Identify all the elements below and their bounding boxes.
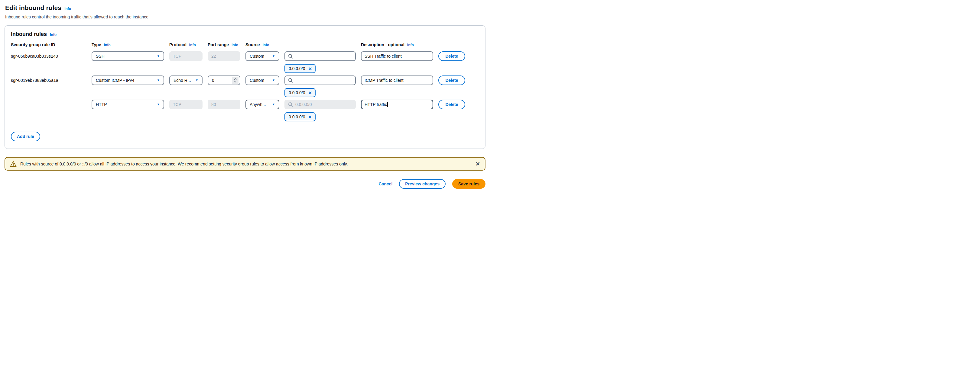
source-select[interactable]: Anywh... ▼ xyxy=(245,100,279,109)
protocol-field-disabled: TCP xyxy=(169,100,202,109)
footer-actions: Cancel Preview changes Save rules xyxy=(5,179,485,189)
rule-id: sgr-0019eb7383eb05a1a xyxy=(11,78,86,83)
inbound-rules-card: Inbound rules Info Security group rule I… xyxy=(5,25,485,149)
col-header-port-range: Port range Info xyxy=(208,42,240,47)
chevron-down-icon: ▼ xyxy=(157,79,160,82)
cancel-button[interactable]: Cancel xyxy=(379,182,392,186)
preview-changes-button[interactable]: Preview changes xyxy=(399,179,445,189)
rule-id: – xyxy=(11,102,86,107)
rule-id: sgr-050b9ca03b833e240 xyxy=(11,54,86,59)
number-stepper[interactable] xyxy=(232,77,239,84)
page-title-info-link[interactable]: Info xyxy=(64,6,71,11)
remove-token-icon[interactable]: ✕ xyxy=(308,90,312,95)
delete-rule-button[interactable]: Delete xyxy=(438,76,465,85)
type-select[interactable]: SSH ▼ xyxy=(92,51,164,61)
stepper-up-icon xyxy=(234,78,237,80)
port-field-disabled: 80 xyxy=(208,100,240,109)
type-select[interactable]: Custom ICMP - IPv4 ▼ xyxy=(92,76,164,85)
warning-text: Rules with source of 0.0.0.0/0 or ::/0 a… xyxy=(20,161,472,166)
port-field-disabled: 22 xyxy=(208,51,240,61)
warning-icon xyxy=(10,161,17,167)
column-headers: Security group rule ID Type Info Protoco… xyxy=(11,42,479,47)
source-select[interactable]: Custom ▼ xyxy=(245,51,279,61)
stepper-down-icon xyxy=(234,81,237,82)
col-header-rule-id: Security group rule ID xyxy=(11,42,86,47)
source-select[interactable]: Custom ▼ xyxy=(245,76,279,85)
type-info-link[interactable]: Info xyxy=(104,43,111,47)
add-rule-button[interactable]: Add rule xyxy=(11,131,40,141)
rule-row-icmp: sgr-0019eb7383eb05a1a Custom ICMP - IPv4… xyxy=(11,76,479,97)
search-icon xyxy=(288,102,293,107)
source-search-box-disabled xyxy=(285,100,356,109)
rule-row-http: – HTTP ▼ TCP 80 Anywh... ▼ HTTP traffic xyxy=(11,100,479,121)
protocol-field-disabled: TCP xyxy=(169,51,202,61)
delete-rule-button[interactable]: Delete xyxy=(438,100,465,109)
page-header: Edit inbound rules Info xyxy=(5,4,485,11)
col-header-source: Source Info xyxy=(245,42,356,47)
protocol-info-link[interactable]: Info xyxy=(189,43,196,47)
save-rules-button[interactable]: Save rules xyxy=(452,179,485,189)
source-search-input xyxy=(295,102,352,107)
port-number-input[interactable]: 0 xyxy=(208,76,240,85)
chevron-down-icon: ▼ xyxy=(195,79,198,82)
close-icon[interactable]: ✕ xyxy=(476,161,480,167)
rule-row-ssh: sgr-050b9ca03b833e240 SSH ▼ TCP 22 Custo… xyxy=(11,51,479,73)
card-title-info-link[interactable]: Info xyxy=(50,33,57,37)
card-title: Inbound rules xyxy=(11,31,47,38)
chevron-down-icon: ▼ xyxy=(272,79,275,82)
remove-token-icon[interactable]: ✕ xyxy=(308,115,312,119)
remove-token-icon[interactable]: ✕ xyxy=(308,66,312,71)
source-token: 0.0.0.0/0 ✕ xyxy=(285,88,316,97)
source-token: 0.0.0.0/0 ✕ xyxy=(285,64,316,73)
description-input[interactable] xyxy=(361,76,433,85)
type-select[interactable]: HTTP ▼ xyxy=(92,100,164,109)
page-subtitle: Inbound rules control the incoming traff… xyxy=(5,14,485,19)
port-range-info-link[interactable]: Info xyxy=(232,43,238,47)
source-token: 0.0.0.0/0 ✕ xyxy=(285,112,316,121)
chevron-down-icon: ▼ xyxy=(157,55,160,58)
warning-banner: Rules with source of 0.0.0.0/0 or ::/0 a… xyxy=(5,157,485,171)
protocol-select[interactable]: Echo R... ▼ xyxy=(169,76,202,85)
col-header-type: Type Info xyxy=(92,42,164,47)
col-header-description: Description - optional Info xyxy=(361,42,433,47)
source-search-box[interactable] xyxy=(285,76,356,85)
search-icon xyxy=(288,54,293,59)
page-title: Edit inbound rules xyxy=(5,4,61,11)
source-info-link[interactable]: Info xyxy=(262,43,269,47)
source-search-input[interactable] xyxy=(295,54,352,59)
source-search-box[interactable] xyxy=(285,51,356,61)
col-header-protocol: Protocol Info xyxy=(169,42,202,47)
chevron-down-icon: ▼ xyxy=(272,103,275,106)
delete-rule-button[interactable]: Delete xyxy=(438,51,465,61)
search-icon xyxy=(288,78,293,83)
description-info-link[interactable]: Info xyxy=(407,43,414,47)
source-search-input[interactable] xyxy=(295,78,352,83)
description-input-focused[interactable]: HTTP traffic xyxy=(361,100,433,109)
text-cursor xyxy=(387,102,388,107)
description-input[interactable] xyxy=(361,51,433,61)
chevron-down-icon: ▼ xyxy=(272,55,275,58)
chevron-down-icon: ▼ xyxy=(157,103,160,106)
